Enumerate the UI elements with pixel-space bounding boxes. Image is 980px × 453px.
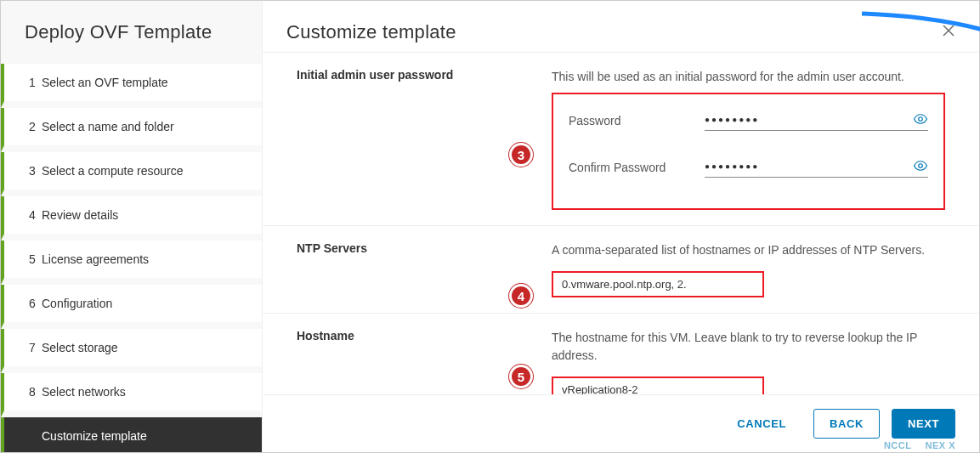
annotation-badge-3: 3 <box>509 143 533 167</box>
annotation-badge-4: 4 <box>509 284 533 308</box>
step-number: 5 <box>23 252 42 266</box>
section-label: NTP Servers 4 <box>297 241 552 297</box>
wizard-title: Deploy OVF Template <box>1 1 262 64</box>
step-configuration[interactable]: 6 Configuration <box>1 285 262 329</box>
step-license-agreements[interactable]: 5 License agreements <box>1 241 262 285</box>
annotation-highlight-box: Password ●●●●●●●● Confirm Password <box>552 93 945 210</box>
step-label: Review details <box>42 208 118 222</box>
step-number: 2 <box>23 120 42 133</box>
step-number: 4 <box>23 208 42 222</box>
confirm-password-row: Confirm Password ●●●●●●●● <box>569 156 928 178</box>
step-select-compute-resource[interactable]: 3 Select a compute resource <box>1 152 262 196</box>
step-label: Select a name and folder <box>42 120 174 133</box>
step-number: 1 <box>23 76 42 89</box>
confirm-password-label: Confirm Password <box>569 161 705 174</box>
section-description: A comma-separated list of hostnames or I… <box>552 241 945 259</box>
section-body: A comma-separated list of hostnames or I… <box>552 241 945 297</box>
section-ntp-servers: NTP Servers 4 A comma-separated list of … <box>263 226 979 314</box>
cancel-button[interactable]: CANCEL <box>722 410 802 438</box>
eye-icon <box>913 158 928 173</box>
step-label: License agreements <box>42 252 149 266</box>
step-select-ovf-template[interactable]: 1 Select an OVF template <box>1 64 262 108</box>
page-header: Customize template <box>263 1 979 52</box>
close-icon <box>942 24 955 37</box>
wizard-footer: CANCEL BACK NEXT <box>263 395 979 452</box>
step-select-storage[interactable]: 7 Select storage <box>1 329 262 373</box>
deploy-ovf-modal: Deploy OVF Template 1 Select an OVF temp… <box>0 0 980 453</box>
toggle-password-visibility[interactable] <box>913 111 928 127</box>
section-description: The hostname for this VM. Leave blank to… <box>552 329 945 365</box>
step-label: Configuration <box>42 297 112 310</box>
step-select-networks[interactable]: 8 Select networks <box>1 373 262 417</box>
confirm-password-masked-value: ●●●●●●●● <box>705 161 913 171</box>
toggle-confirm-password-visibility[interactable] <box>913 158 928 173</box>
section-label: Hostname 5 <box>297 329 552 395</box>
eye-icon <box>913 111 928 127</box>
step-number: 6 <box>23 297 42 310</box>
step-customize-template[interactable]: 9 Customize template <box>1 417 262 452</box>
step-number: 9 <box>23 429 42 443</box>
section-hostname: Hostname 5 The hostname for this VM. Lea… <box>263 314 979 395</box>
section-description: This will be used as an initial password… <box>552 68 945 86</box>
wizard-steps: 1 Select an OVF template 2 Select a name… <box>1 64 262 452</box>
back-button[interactable]: BACK <box>813 409 880 439</box>
confirm-password-input[interactable]: ●●●●●●●● <box>705 156 928 178</box>
ntp-servers-input[interactable] <box>552 271 764 297</box>
password-label: Password <box>569 114 705 127</box>
password-masked-value: ●●●●●●●● <box>705 115 913 124</box>
step-label: Select storage <box>42 341 118 354</box>
section-label-text: NTP Servers <box>297 241 367 255</box>
wizard-sidebar: Deploy OVF Template 1 Select an OVF temp… <box>1 1 263 452</box>
section-label-text: Hostname <box>297 329 354 343</box>
step-label: Customize template <box>42 429 147 443</box>
password-row: Password ●●●●●●●● <box>569 110 928 131</box>
svg-point-3 <box>919 164 923 168</box>
hostname-input[interactable] <box>552 377 764 395</box>
step-select-name-folder[interactable]: 2 Select a name and folder <box>1 108 262 152</box>
section-body: This will be used as an initial password… <box>552 68 945 210</box>
step-review-details[interactable]: 4 Review details <box>1 196 262 241</box>
step-number: 8 <box>23 385 42 399</box>
page-title: Customize template <box>286 21 456 43</box>
step-label: Select an OVF template <box>42 76 168 89</box>
section-password: Initial admin user password 3 This will … <box>263 53 979 226</box>
step-number: 3 <box>23 164 42 178</box>
section-body: The hostname for this VM. Leave blank to… <box>552 329 945 395</box>
svg-point-2 <box>919 117 923 122</box>
step-number: 7 <box>23 341 42 354</box>
step-label: Select a compute resource <box>42 164 184 178</box>
step-label: Select networks <box>42 385 126 399</box>
section-label-text: Initial admin user password <box>297 68 453 82</box>
annotation-badge-5: 5 <box>509 365 533 388</box>
password-input[interactable]: ●●●●●●●● <box>705 110 928 131</box>
section-label: Initial admin user password 3 <box>297 68 552 210</box>
page-content[interactable]: Initial admin user password 3 This will … <box>263 52 979 395</box>
wizard-main: Customize template Initial admin user pa… <box>263 1 979 452</box>
next-button[interactable]: NEXT <box>892 409 955 439</box>
close-button[interactable] <box>942 24 955 42</box>
